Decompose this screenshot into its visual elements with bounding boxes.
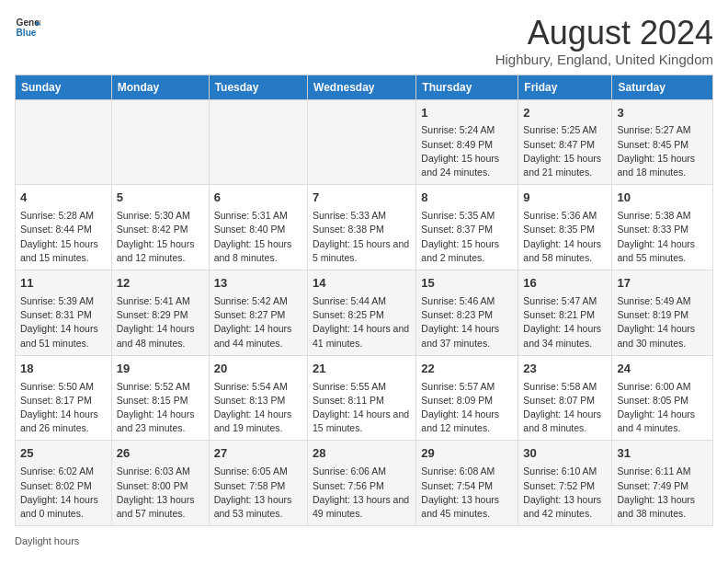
calendar-cell: 15Sunrise: 5:46 AM Sunset: 8:23 PM Dayli… bbox=[416, 270, 518, 356]
day-number: 23 bbox=[523, 361, 607, 378]
day-info: Sunrise: 5:38 AM Sunset: 8:33 PM Dayligh… bbox=[617, 209, 708, 265]
calendar-cell: 2Sunrise: 5:25 AM Sunset: 8:47 PM Daylig… bbox=[518, 99, 612, 185]
col-header-thursday: Thursday bbox=[416, 75, 518, 99]
page-header: General Blue August 2024 Highbury, Engla… bbox=[15, 15, 713, 67]
calendar-cell bbox=[16, 99, 112, 185]
calendar-cell: 7Sunrise: 5:33 AM Sunset: 8:38 PM Daylig… bbox=[308, 185, 416, 270]
day-number: 12 bbox=[117, 275, 204, 293]
calendar-cell: 4Sunrise: 5:28 AM Sunset: 8:44 PM Daylig… bbox=[16, 185, 112, 270]
calendar-cell: 14Sunrise: 5:44 AM Sunset: 8:25 PM Dayli… bbox=[308, 270, 416, 356]
calendar-cell bbox=[308, 99, 416, 185]
main-title: August 2024 bbox=[495, 15, 713, 52]
day-info: Sunrise: 5:57 AM Sunset: 8:09 PM Dayligh… bbox=[421, 380, 513, 436]
title-block: August 2024 Highbury, England, United Ki… bbox=[495, 15, 713, 67]
day-info: Sunrise: 6:03 AM Sunset: 8:00 PM Dayligh… bbox=[117, 465, 204, 521]
day-number: 6 bbox=[214, 190, 302, 207]
day-info: Sunrise: 5:54 AM Sunset: 8:13 PM Dayligh… bbox=[214, 380, 302, 436]
day-number: 11 bbox=[20, 275, 107, 293]
calendar-header-row: SundayMondayTuesdayWednesdayThursdayFrid… bbox=[16, 75, 713, 99]
day-number: 15 bbox=[421, 275, 513, 293]
svg-text:Blue: Blue bbox=[17, 28, 37, 38]
day-info: Sunrise: 6:00 AM Sunset: 8:05 PM Dayligh… bbox=[617, 380, 708, 436]
day-number: 16 bbox=[523, 275, 607, 293]
day-number: 20 bbox=[214, 361, 302, 378]
col-header-tuesday: Tuesday bbox=[209, 75, 307, 99]
day-info: Sunrise: 5:46 AM Sunset: 8:23 PM Dayligh… bbox=[421, 294, 513, 350]
logo: General Blue bbox=[15, 15, 40, 40]
col-header-monday: Monday bbox=[111, 75, 209, 99]
day-number: 8 bbox=[421, 190, 513, 207]
day-number: 19 bbox=[117, 361, 204, 378]
day-number: 7 bbox=[313, 190, 411, 207]
calendar-cell: 20Sunrise: 5:54 AM Sunset: 8:13 PM Dayli… bbox=[209, 355, 307, 441]
calendar-cell: 28Sunrise: 6:06 AM Sunset: 7:56 PM Dayli… bbox=[308, 441, 416, 526]
day-number: 24 bbox=[617, 361, 708, 378]
week-row-2: 4Sunrise: 5:28 AM Sunset: 8:44 PM Daylig… bbox=[16, 185, 713, 270]
calendar-cell bbox=[209, 99, 307, 185]
day-number: 10 bbox=[617, 190, 708, 207]
calendar-cell: 24Sunrise: 6:00 AM Sunset: 8:05 PM Dayli… bbox=[612, 355, 713, 441]
calendar-cell: 16Sunrise: 5:47 AM Sunset: 8:21 PM Dayli… bbox=[518, 270, 612, 356]
day-number: 14 bbox=[313, 275, 411, 293]
calendar-cell: 19Sunrise: 5:52 AM Sunset: 8:15 PM Dayli… bbox=[111, 355, 209, 441]
day-number: 22 bbox=[421, 361, 513, 378]
week-row-5: 25Sunrise: 6:02 AM Sunset: 8:02 PM Dayli… bbox=[16, 441, 713, 526]
logo-icon: General Blue bbox=[15, 15, 40, 40]
week-row-4: 18Sunrise: 5:50 AM Sunset: 8:17 PM Dayli… bbox=[16, 355, 713, 441]
day-info: Sunrise: 6:05 AM Sunset: 7:58 PM Dayligh… bbox=[214, 465, 302, 521]
subtitle: Highbury, England, United Kingdom bbox=[495, 52, 713, 67]
calendar-cell: 8Sunrise: 5:35 AM Sunset: 8:37 PM Daylig… bbox=[416, 185, 518, 270]
calendar-cell: 1Sunrise: 5:24 AM Sunset: 8:49 PM Daylig… bbox=[416, 99, 518, 185]
col-header-saturday: Saturday bbox=[612, 75, 713, 99]
day-number: 9 bbox=[523, 190, 607, 207]
day-info: Sunrise: 5:58 AM Sunset: 8:07 PM Dayligh… bbox=[523, 380, 607, 436]
day-info: Sunrise: 5:50 AM Sunset: 8:17 PM Dayligh… bbox=[20, 380, 107, 436]
col-header-sunday: Sunday bbox=[16, 75, 112, 99]
calendar-cell: 21Sunrise: 5:55 AM Sunset: 8:11 PM Dayli… bbox=[308, 355, 416, 441]
day-info: Sunrise: 5:33 AM Sunset: 8:38 PM Dayligh… bbox=[313, 209, 411, 265]
day-number: 1 bbox=[421, 105, 513, 122]
day-info: Sunrise: 5:47 AM Sunset: 8:21 PM Dayligh… bbox=[523, 294, 607, 350]
day-info: Sunrise: 5:52 AM Sunset: 8:15 PM Dayligh… bbox=[117, 380, 204, 436]
calendar-cell: 23Sunrise: 5:58 AM Sunset: 8:07 PM Dayli… bbox=[518, 355, 612, 441]
calendar-cell: 18Sunrise: 5:50 AM Sunset: 8:17 PM Dayli… bbox=[16, 355, 112, 441]
calendar-cell: 12Sunrise: 5:41 AM Sunset: 8:29 PM Dayli… bbox=[111, 270, 209, 356]
day-info: Sunrise: 5:36 AM Sunset: 8:35 PM Dayligh… bbox=[523, 209, 607, 265]
day-info: Sunrise: 5:27 AM Sunset: 8:45 PM Dayligh… bbox=[617, 123, 708, 179]
calendar-cell: 29Sunrise: 6:08 AM Sunset: 7:54 PM Dayli… bbox=[416, 441, 518, 526]
day-info: Sunrise: 5:28 AM Sunset: 8:44 PM Dayligh… bbox=[20, 209, 107, 265]
calendar-cell: 5Sunrise: 5:30 AM Sunset: 8:42 PM Daylig… bbox=[111, 185, 209, 270]
day-number: 5 bbox=[117, 190, 204, 207]
daylight-hours-label: Daylight hours bbox=[15, 535, 79, 546]
day-info: Sunrise: 6:10 AM Sunset: 7:52 PM Dayligh… bbox=[523, 465, 607, 521]
day-info: Sunrise: 6:06 AM Sunset: 7:56 PM Dayligh… bbox=[313, 465, 411, 521]
col-header-wednesday: Wednesday bbox=[308, 75, 416, 99]
calendar-cell: 30Sunrise: 6:10 AM Sunset: 7:52 PM Dayli… bbox=[518, 441, 612, 526]
calendar-cell: 6Sunrise: 5:31 AM Sunset: 8:40 PM Daylig… bbox=[209, 185, 307, 270]
calendar-cell: 11Sunrise: 5:39 AM Sunset: 8:31 PM Dayli… bbox=[16, 270, 112, 356]
day-info: Sunrise: 5:44 AM Sunset: 8:25 PM Dayligh… bbox=[313, 294, 411, 350]
day-number: 21 bbox=[313, 361, 411, 378]
day-info: Sunrise: 5:55 AM Sunset: 8:11 PM Dayligh… bbox=[313, 380, 411, 436]
calendar-cell bbox=[111, 99, 209, 185]
calendar-cell: 25Sunrise: 6:02 AM Sunset: 8:02 PM Dayli… bbox=[16, 441, 112, 526]
day-number: 30 bbox=[523, 445, 607, 463]
day-info: Sunrise: 5:41 AM Sunset: 8:29 PM Dayligh… bbox=[117, 294, 204, 350]
day-number: 13 bbox=[214, 275, 302, 293]
calendar-cell: 17Sunrise: 5:49 AM Sunset: 8:19 PM Dayli… bbox=[612, 270, 713, 356]
day-number: 2 bbox=[523, 105, 607, 122]
day-number: 26 bbox=[117, 445, 204, 463]
day-number: 4 bbox=[20, 190, 107, 207]
day-info: Sunrise: 6:11 AM Sunset: 7:49 PM Dayligh… bbox=[617, 465, 708, 521]
calendar-cell: 13Sunrise: 5:42 AM Sunset: 8:27 PM Dayli… bbox=[209, 270, 307, 356]
calendar-cell: 10Sunrise: 5:38 AM Sunset: 8:33 PM Dayli… bbox=[612, 185, 713, 270]
day-info: Sunrise: 5:31 AM Sunset: 8:40 PM Dayligh… bbox=[214, 209, 302, 265]
day-info: Sunrise: 6:08 AM Sunset: 7:54 PM Dayligh… bbox=[421, 465, 513, 521]
day-info: Sunrise: 5:39 AM Sunset: 8:31 PM Dayligh… bbox=[20, 294, 107, 350]
day-info: Sunrise: 5:42 AM Sunset: 8:27 PM Dayligh… bbox=[214, 294, 302, 350]
day-number: 31 bbox=[617, 445, 708, 463]
day-info: Sunrise: 6:02 AM Sunset: 8:02 PM Dayligh… bbox=[20, 465, 107, 521]
day-number: 28 bbox=[313, 445, 411, 463]
day-number: 29 bbox=[421, 445, 513, 463]
calendar-cell: 26Sunrise: 6:03 AM Sunset: 8:00 PM Dayli… bbox=[111, 441, 209, 526]
